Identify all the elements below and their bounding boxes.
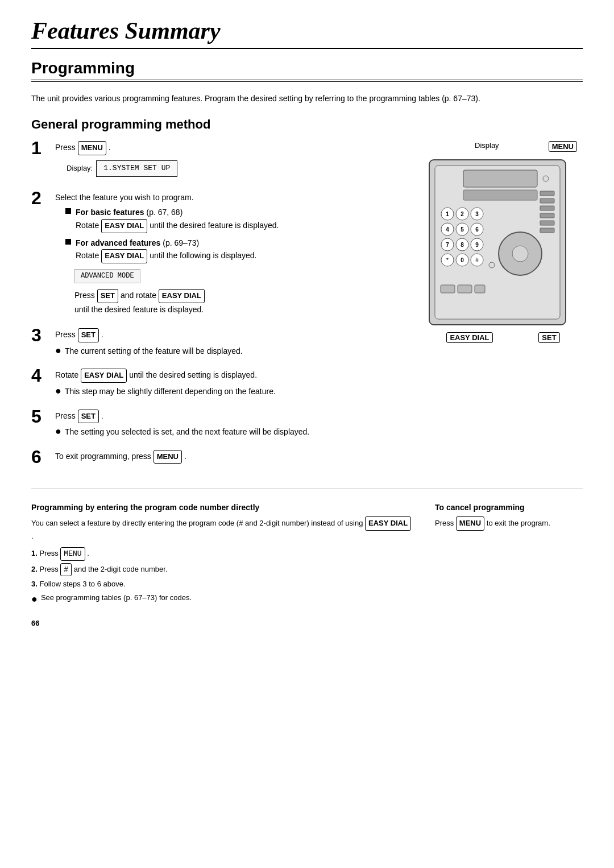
svg-text:4: 4 (446, 226, 449, 233)
step2-main-text: Select the feature you wish to program. (55, 191, 406, 204)
intro-text: The unit provides various programming fe… (31, 92, 583, 105)
step2-advanced-features: For advanced features (p. 69–73) Rotate … (65, 237, 406, 316)
step-4-content: Rotate EASY DIAL until the desired setti… (55, 369, 406, 400)
menu-button-step6[interactable]: MENU (154, 450, 182, 464)
bullet-dot-5: ● (55, 425, 61, 438)
svg-rect-8 (540, 213, 554, 218)
svg-rect-5 (540, 191, 554, 196)
svg-point-35 (489, 262, 495, 268)
set-button-step2[interactable]: SET (97, 289, 118, 303)
numbered-item-3: 3. Follow steps 3 to 6 above. (31, 578, 412, 590)
device-svg: 1 2 3 4 5 6 7 8 9 (424, 154, 571, 336)
bottom-right-heading: To cancel programming (435, 503, 583, 512)
basic-features-text: Rotate (76, 221, 99, 230)
step4-bullet: ● This step may be slightly different de… (55, 385, 406, 398)
svg-text:1: 1 (446, 211, 449, 217)
svg-text:6: 6 (475, 226, 479, 233)
step-number-4: 4 (31, 366, 48, 385)
menu-button-step1[interactable]: MENU (78, 141, 106, 155)
basic-features-bold: For basic features (76, 208, 144, 217)
easy-dial-bottom[interactable]: EASY DIAL (365, 516, 411, 531)
bottom-bullet: ● See programming tables (p. 67–73) for … (31, 593, 412, 606)
advanced-features-text2: until the following is displayed. (150, 251, 256, 260)
svg-text:*: * (446, 257, 449, 263)
step4-bullet-text: This step may be slightly different depe… (65, 385, 276, 398)
easy-dial-button-step2a[interactable]: EASY DIAL (101, 219, 147, 233)
svg-text:0: 0 (460, 257, 464, 263)
set-label: SET (538, 332, 559, 343)
page-title: Features Summary (31, 17, 583, 49)
svg-rect-6 (540, 199, 554, 203)
easy-dial-button-step2b[interactable]: EASY DIAL (101, 249, 147, 263)
hash-button-bottom[interactable]: # (60, 563, 72, 577)
black-square-icon-2 (65, 239, 71, 245)
bullet-dot-3: ● (55, 345, 61, 357)
device-column: Display MENU (424, 141, 583, 475)
svg-rect-39 (458, 285, 472, 293)
basic-features-ref: (p. 67, 68) (147, 208, 183, 217)
set-button-step3[interactable]: SET (78, 328, 99, 342)
step-number-5: 5 (31, 407, 48, 425)
device-illustration: 1 2 3 4 5 6 7 8 9 (424, 154, 571, 338)
set-button-step5[interactable]: SET (78, 410, 99, 424)
step4-text-after: until the desired setting is displayed. (129, 370, 257, 379)
svg-rect-40 (475, 285, 485, 293)
advanced-extra-text3: until the desired feature is displayed. (74, 305, 204, 314)
step-3: 3 Press SET . ● The current setting of t… (31, 328, 406, 359)
svg-text:5: 5 (460, 226, 464, 233)
step-number-2: 2 (31, 189, 48, 207)
device-menu-label: MENU (549, 141, 577, 152)
step3-bullet: ● The current setting of the feature wil… (55, 345, 406, 357)
step1-display-value: 1.SYSTEM SET UP (96, 160, 177, 177)
step2-basic-features: For basic features (p. 67, 68) Rotate EA… (65, 206, 406, 233)
step-1-content: Press MENU . Display: 1.SYSTEM SET UP (55, 141, 406, 182)
device-display-label: Display (475, 141, 499, 150)
step-2: 2 Select the feature you wish to program… (31, 191, 406, 319)
bottom-bullet-text: See programming tables (p. 67–73) for co… (41, 593, 192, 602)
step3-text: Press (55, 330, 76, 339)
svg-rect-3 (463, 190, 537, 200)
svg-text:2: 2 (460, 211, 464, 217)
step6-text-after: . (184, 452, 186, 461)
svg-point-37 (512, 246, 528, 262)
black-square-icon (65, 208, 71, 214)
step5-text: Press (55, 411, 76, 420)
page-number: 66 (31, 619, 583, 627)
svg-text:8: 8 (460, 242, 464, 248)
svg-point-4 (543, 176, 549, 181)
bottom-right-text: Press MENU to exit the program. (435, 516, 583, 531)
svg-text:9: 9 (475, 242, 479, 248)
advanced-extra-text: Press (74, 291, 95, 300)
bullet-dot-4: ● (55, 385, 61, 398)
step5-bullet: ● The setting you selected is set, and t… (55, 425, 406, 438)
section-divider (31, 489, 583, 489)
step-6: 6 To exit programming, press MENU . (31, 450, 406, 466)
bottom-left: Programming by entering the program code… (31, 503, 412, 607)
bottom-section: Programming by entering the program code… (31, 503, 583, 607)
step6-text: To exit programming, press (55, 452, 151, 461)
bottom-left-heading: Programming by entering the program code… (31, 503, 412, 512)
svg-text:7: 7 (446, 242, 449, 248)
svg-rect-2 (463, 170, 537, 187)
step-3-content: Press SET . ● The current setting of the… (55, 328, 406, 359)
step1-display-row: Display: 1.SYSTEM SET UP (67, 158, 406, 179)
step-6-content: To exit programming, press MENU . (55, 450, 406, 466)
svg-rect-1 (435, 166, 560, 319)
menu-button-bottom1[interactable]: MENU (60, 547, 85, 561)
svg-rect-38 (441, 285, 455, 293)
step3-bullet-text: The current setting of the feature will … (65, 345, 243, 357)
svg-text:#: # (475, 257, 479, 263)
steps-column: 1 Press MENU . Display: 1.SYSTEM SET UP … (31, 141, 406, 475)
menu-button-cancel[interactable]: MENU (456, 516, 484, 531)
easy-dial-button-step4[interactable]: EASY DIAL (81, 369, 127, 383)
step-number-3: 3 (31, 326, 48, 344)
step-number-1: 1 (31, 139, 48, 157)
easy-dial-button-step2c[interactable]: EASY DIAL (159, 289, 205, 303)
main-columns: 1 Press MENU . Display: 1.SYSTEM SET UP … (31, 141, 583, 475)
numbered-item-2: 2. Press # and the 2-digit code number. (31, 563, 412, 577)
step4-text: Rotate (55, 370, 78, 379)
step-2-content: Select the feature you wish to program. … (55, 191, 406, 319)
step-1: 1 Press MENU . Display: 1.SYSTEM SET UP (31, 141, 406, 182)
advanced-features-bold: For advanced features (76, 238, 160, 247)
step-5-content: Press SET . ● The setting you selected i… (55, 410, 406, 441)
